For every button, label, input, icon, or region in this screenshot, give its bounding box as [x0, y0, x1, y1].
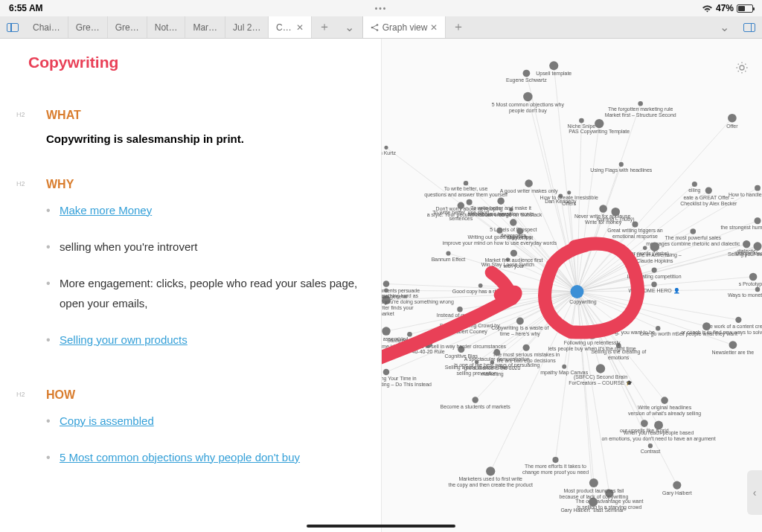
new-tab-button[interactable]: ＋ [312, 16, 337, 38]
link-make-money[interactable]: Make more Money [60, 204, 152, 217]
svg-line-16 [577, 292, 592, 335]
svg-point-99 [648, 443, 653, 448]
link-objections[interactable]: 5 Most common objections why people don'… [60, 451, 300, 464]
svg-text:Gary Halbert "Last Seminar": Gary Halbert "Last Seminar" [560, 507, 626, 513]
svg-point-101 [673, 481, 681, 490]
svg-point-179 [497, 197, 504, 204]
note-title[interactable]: Copywriting [28, 54, 359, 71]
tab-graph-view[interactable]: Graph view ✕ [363, 16, 446, 38]
svg-text:s Prototypes: s Prototypes [739, 281, 762, 287]
svg-point-119 [486, 467, 495, 475]
svg-text:Copywriting is a waste oftime : Copywriting is a waste oftime – here's w… [491, 325, 548, 337]
svg-text:Cognitive Bias: Cognitive Bias [444, 353, 478, 359]
graph-canvas[interactable]: Copywritings Prototypesthe work of a con… [382, 39, 762, 532]
svg-text:Marketers used to first writet: Marketers used to first writethe copy an… [448, 476, 533, 488]
list-item[interactable]: Selling your own products [46, 330, 359, 350]
multitask-dots[interactable]: ••• [375, 4, 388, 13]
svg-point-199 [611, 208, 620, 217]
link-copy-assembled[interactable]: Copy is assembled [60, 414, 154, 427]
svg-point-217 [754, 217, 761, 224]
svg-point-155 [383, 281, 390, 287]
svg-point-149 [478, 283, 483, 288]
svg-text:Bannum Effect: Bannum Effect [432, 257, 466, 262]
svg-point-97 [641, 420, 648, 427]
editor-pane[interactable]: Copywriting H2 WHAT Copywriting is sales… [0, 39, 381, 532]
svg-point-231 [755, 287, 760, 292]
svg-text:Stop Wasting Your Time inLearn: Stop Wasting Your Time inLearning Copywr… [382, 376, 432, 388]
graph-pane[interactable]: Copywritings Prototypesthe work of a con… [381, 39, 762, 532]
list-item[interactable]: Make more Money [46, 200, 359, 220]
svg-line-60 [577, 124, 599, 292]
toggle-right-sidebar-button[interactable] [737, 16, 762, 38]
svg-point-197 [599, 205, 607, 213]
svg-text:Become a students of markets: Become a students of markets [441, 404, 511, 409]
tab-1[interactable]: Gre… [68, 16, 108, 38]
link-selling-products[interactable]: Selling your own products [60, 333, 188, 346]
svg-point-213 [632, 221, 638, 227]
svg-point-153 [446, 251, 450, 255]
graph-view-icon [371, 23, 380, 32]
svg-text:5 Most common objections whype: 5 Most common objections whypeople don't… [492, 102, 565, 114]
svg-text:Newsletter are the: Newsletter are the [712, 350, 755, 355]
tab-2[interactable]: Gre… [108, 16, 147, 38]
toggle-left-sidebar-button[interactable] [0, 16, 25, 38]
new-tab-right-button[interactable]: ＋ [446, 16, 471, 38]
heading-how[interactable]: H2 HOW [46, 388, 359, 402]
tab-4[interactable]: Mar… [185, 16, 225, 38]
svg-text:When you reach people basedon : When you reach people basedon emotions, … [601, 430, 715, 442]
list-item[interactable]: 5 Most common objections why people don'… [46, 447, 359, 467]
svg-point-141 [383, 369, 390, 376]
svg-line-22 [577, 292, 593, 483]
svg-point-205 [619, 162, 624, 167]
svg-text:My Life in Advertising –Claude: My Life in Advertising –Claude Hopkins [628, 252, 682, 264]
svg-point-229 [743, 240, 750, 248]
svg-point-127 [493, 349, 500, 356]
svg-point-169 [458, 202, 464, 209]
svg-point-113 [596, 364, 605, 373]
svg-point-161 [384, 146, 388, 150]
svg-text:A great writer finds yourmarke: A great writer finds yourmarket [382, 305, 414, 316]
h2-marker: H2 [16, 111, 25, 118]
graph-settings-button[interactable] [735, 61, 749, 74]
svg-text:(SBFCC) Second BrainForCreator: (SBFCC) Second BrainForCreators – COURSE… [569, 374, 633, 386]
battery-icon [737, 4, 753, 13]
svg-point-175 [516, 228, 523, 234]
svg-text:Offer: Offer [726, 124, 738, 129]
svg-point-83 [749, 273, 758, 281]
svg-text:PAS Copywriting Template: PAS Copywriting Template [569, 129, 630, 135]
home-indicator[interactable] [307, 525, 455, 528]
svg-point-167 [510, 250, 517, 257]
svg-text:Good copy has a rhythm: Good copy has a rhythm [452, 289, 509, 295]
list-item[interactable]: selling when you're introvert [46, 237, 359, 257]
heading-what[interactable]: H2 WHAT [46, 109, 359, 122]
what-body[interactable]: Copywriting is salesmanship in print. [46, 131, 359, 148]
svg-point-207 [705, 187, 712, 193]
svg-text:Niche Snipe: Niche Snipe [568, 124, 596, 129]
svg-line-9 [577, 292, 621, 327]
collapse-handle[interactable]: ‹ [747, 470, 762, 515]
svg-text:Sell people what they want: Sell people what they want [676, 331, 737, 337]
close-icon[interactable]: ✕ [430, 22, 438, 33]
svg-point-223 [650, 242, 660, 251]
tab-0[interactable]: Chai… [25, 16, 68, 38]
svg-point-191 [523, 70, 531, 77]
tab-dropdown-right-button[interactable]: ⌄ [711, 16, 737, 38]
close-icon[interactable]: ✕ [296, 22, 304, 33]
list-item[interactable]: Copy is assembled [46, 411, 359, 431]
list-item[interactable]: More engagement: clicks, people who read… [46, 273, 359, 313]
heading-why[interactable]: H2 WHY [46, 178, 359, 191]
svg-text:elling: elling [688, 188, 700, 193]
svg-point-177 [464, 181, 468, 185]
tab-dropdown-button[interactable]: ⌄ [337, 16, 362, 38]
svg-text:Eugene Schwartz: Eugene Schwartz [506, 77, 547, 83]
svg-point-117 [589, 478, 598, 487]
svg-point-123 [523, 344, 530, 351]
tab-3[interactable]: Not… [147, 16, 186, 38]
svg-point-201 [728, 114, 737, 123]
svg-text:Invalidating competition: Invalidating competition [627, 274, 682, 280]
svg-point-233 [651, 282, 656, 287]
tab-5[interactable]: Jul 2… [225, 16, 269, 38]
svg-point-93 [661, 397, 668, 404]
svg-text:Contrast: Contrast [641, 449, 660, 454]
tab-6-active[interactable]: C…✕ [269, 16, 312, 38]
